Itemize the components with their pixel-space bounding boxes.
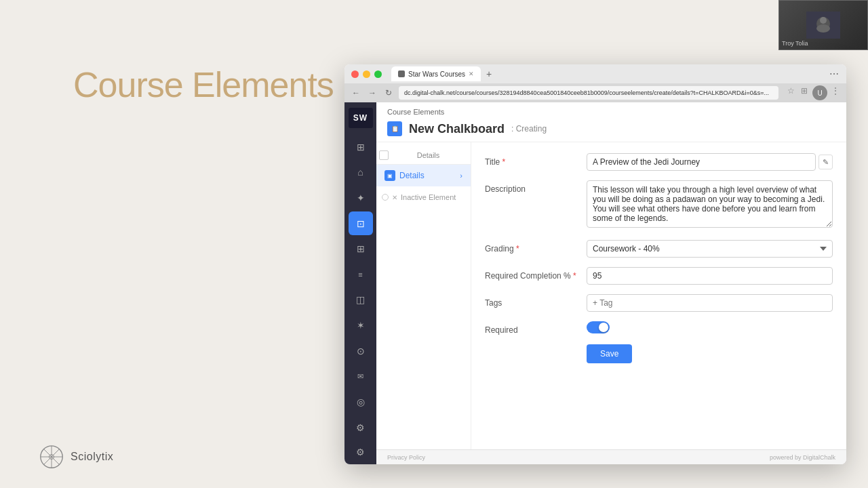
description-control: This lesson will take you through a high… [587,180,833,230]
breadcrumb: Course Elements [376,102,846,119]
video-thumbnail: Troy Tolia [778,0,868,50]
address-bar-input[interactable] [399,86,778,100]
tags-label: Tags [485,294,587,308]
video-label: Troy Tolia [782,40,808,47]
svg-point-9 [816,24,830,33]
browser-footer: Privacy Policy powered by DigitalChalk [376,449,846,464]
left-pane-details-item[interactable]: ▣ Details › [376,165,471,186]
gear2-icon: ⚙ [356,447,365,458]
tools-icon: ✦ [357,192,365,203]
sidebar-item-gear1[interactable]: ⚙ [349,415,373,440]
right-pane: Title ✎ Description [471,142,846,449]
save-row: Save [485,344,833,363]
bookmark-icon[interactable]: ☆ [785,85,796,96]
completion-input[interactable] [587,267,833,285]
save-label-spacer [485,344,587,348]
element-x-icon[interactable]: ✕ [392,194,397,201]
footer-powered-by: powered by DigitalChalk [770,454,835,461]
tab-favicon [398,70,405,77]
required-toggle-wrapper [587,321,833,333]
title-edit-icon[interactable]: ✎ [818,155,833,169]
save-button[interactable]: Save [587,344,632,363]
browser-maximize-dot[interactable] [374,70,382,78]
sciolytix-logo-text: Sciolytix [71,451,113,463]
forward-button[interactable]: → [366,87,378,99]
tags-control [587,294,833,312]
sidebar-item-pages[interactable]: ◫ [349,288,373,312]
left-pane: Details ▣ Details › ✕ Inactive El [376,142,471,449]
gear1-icon: ⚙ [356,422,365,433]
elements-icon: ⊡ [357,218,365,229]
back-button[interactable]: ← [350,87,362,99]
page-title-icon: 📋 [387,121,402,136]
sidebar-item-tools[interactable]: ✦ [349,186,373,210]
completion-label: Required Completion % [485,267,587,281]
details-chevron: › [460,171,462,180]
browser-tab[interactable]: Star Wars Courses ✕ [391,66,481,81]
required-control [587,321,833,333]
tab-close-button[interactable]: ✕ [469,70,474,77]
list-icon: ≡ [358,270,362,279]
sidebar: SW ⊞ ⌂ ✦ ⊡ ⊞ ≡ ◫ ✶ [344,102,376,464]
sw-logo: SW [349,108,373,128]
sidebar-bottom: ⚙ ⚙ [349,415,373,464]
grading-select[interactable]: Coursework - 40%Exam - 30%Project - 30% [587,240,833,258]
star-icon: ✶ [357,320,365,331]
tags-row: Tags [485,294,833,312]
details-item-label: Details [399,171,425,180]
footer-privacy[interactable]: Privacy Policy [387,454,425,461]
sidebar-item-home[interactable]: ⌂ [349,160,373,184]
title-row: Title ✎ [485,153,833,171]
title-input[interactable] [587,153,816,171]
settings-circle-icon: ◎ [357,396,365,407]
completion-row: Required Completion % [485,267,833,285]
required-row: Required [485,321,833,335]
chalkboard-icon: 📋 [391,125,399,132]
home-icon: ⌂ [357,167,363,178]
sidebar-item-circle[interactable]: ⊙ [349,339,373,363]
browser-minimize-dot[interactable] [363,70,370,78]
sidebar-item-list[interactable]: ≡ [349,262,373,287]
browser-close-dot[interactable] [351,70,359,78]
main-content: Course Elements 📋 New Chalkboard : Creat… [376,102,846,464]
pages-icon: ◫ [356,294,365,305]
two-pane: Details ▣ Details › ✕ Inactive El [376,142,846,449]
left-pane-tabs: Details [376,150,471,165]
description-textarea[interactable]: This lesson will take you through a high… [587,180,833,228]
description-label: Description [485,180,587,194]
sidebar-item-settings-circle[interactable]: ◎ [349,390,373,414]
profile-avatar[interactable]: U [812,85,827,100]
browser-body: SW ⊞ ⌂ ✦ ⊡ ⊞ ≡ ◫ ✶ [344,102,846,464]
mail-icon: ✉ [357,372,363,381]
browser-more-button[interactable]: ⋯ [829,68,840,79]
sidebar-item-elements[interactable]: ⊡ [349,211,373,236]
tab-title: Star Wars Courses [408,70,465,78]
sidebar-item-star[interactable]: ✶ [349,313,373,338]
checkbox-icon[interactable] [379,150,389,160]
page-status: : Creating [511,124,547,134]
element-dot [382,194,389,201]
refresh-button[interactable]: ↻ [382,87,395,99]
element-status: Inactive Element [401,193,456,201]
slide-title: Course Elements [73,64,334,105]
completion-control [587,267,833,285]
grading-row: Grading Coursework - 40%Exam - 30%Projec… [485,240,833,258]
browser-menu-button[interactable]: ⋮ [830,85,841,96]
required-toggle[interactable] [587,321,610,333]
browser-chrome: Star Wars Courses ✕ + ⋯ [344,64,846,83]
element-row: ✕ Inactive Element [376,189,471,205]
sidebar-item-grid[interactable]: ⊞ [349,237,373,261]
extensions-icon[interactable]: ⊞ [799,85,810,96]
left-tab-details[interactable]: Details [389,151,468,159]
toggle-knob [599,323,608,332]
description-row: Description This lesson will take you th… [485,180,833,230]
new-tab-button[interactable]: + [484,68,494,79]
details-item-icon: ▣ [384,170,395,181]
grading-control: Coursework - 40%Exam - 30%Project - 30% [587,240,833,258]
required-label: Required [485,321,587,335]
tags-input[interactable] [587,294,833,312]
sidebar-item-dashboard[interactable]: ⊞ [349,135,373,159]
sidebar-item-gear2[interactable]: ⚙ [349,440,373,464]
page-title: New Chalkboard [409,122,505,136]
sidebar-item-mail[interactable]: ✉ [349,365,373,389]
